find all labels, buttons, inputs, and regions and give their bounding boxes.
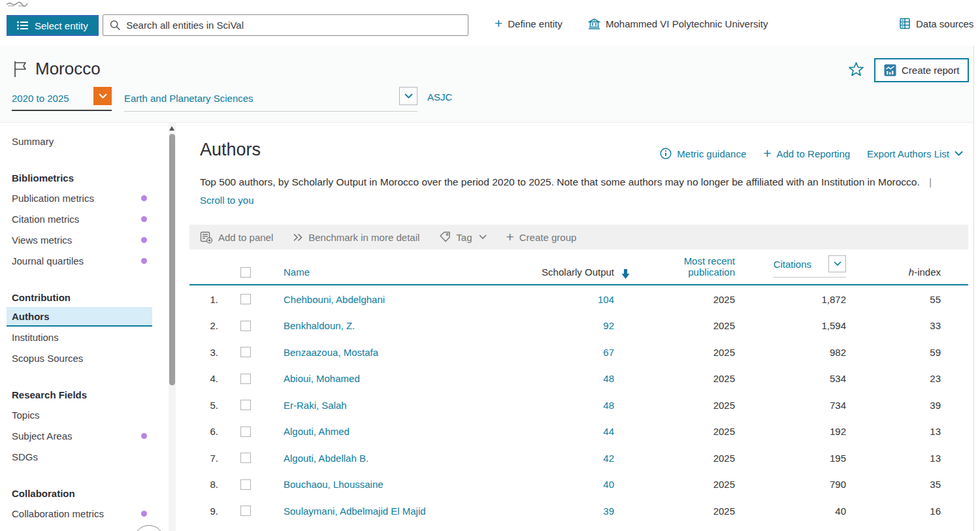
define-entity-button[interactable]: + Define entity [495,18,563,29]
sidebar-item-sdgs[interactable]: SDGs [7,446,152,467]
scholarly-output-value[interactable]: 48 [516,400,614,411]
year-range-value[interactable]: 2020 to 2025 [12,88,93,104]
scholarly-output-column-header[interactable]: Scholarly Output [516,266,614,284]
author-name-link[interactable]: Benkhaldoun, Z. [273,320,516,331]
sidebar-item-topics[interactable]: Topics [7,404,152,425]
hindex-column-header[interactable]: h-index [846,266,941,284]
search-input[interactable] [126,20,461,31]
scroll-to-you-link[interactable]: Scroll to you [200,195,254,206]
sidebar-item-publication-metrics[interactable]: Publication metrics [7,187,152,208]
row-checkbox[interactable] [240,400,251,410]
citations-value: 734 [735,400,846,411]
add-to-reporting-link[interactable]: + Add to Reporting [763,148,850,159]
subject-filter-value[interactable]: Earth and Planetary Sciences [124,88,399,104]
citations-metric-select[interactable] [828,255,846,272]
create-report-button[interactable]: Create report [874,58,969,82]
scholarly-output-value[interactable]: 40 [516,479,614,490]
hindex-h: h [909,266,914,278]
row-checkbox[interactable] [240,426,251,437]
scholarly-output-value[interactable]: 67 [516,347,614,358]
sidebar-item-journal-quartiles[interactable]: Journal quartiles [7,250,152,271]
sidebar-item-institutions[interactable]: Institutions [7,327,152,347]
plus-icon: + [506,231,514,243]
page-title: Morocco [35,59,101,79]
scrollbar-thumb[interactable] [169,134,175,385]
scroll-up-arrow-icon[interactable] [169,126,174,131]
row-rank: 5. [189,400,218,411]
author-name-link[interactable]: Bouchaou, Lhoussaine [273,479,516,490]
select-all-checkbox[interactable] [240,267,251,278]
rank-header [189,278,218,284]
table-header-row: Name Scholarly Output Most recent public… [189,255,968,285]
metric-guidance-link[interactable]: Metric guidance [660,148,746,159]
most-recent-publication-value: 2025 [614,373,735,384]
sidebar-item-subject-areas[interactable]: Subject Areas [7,425,152,446]
author-name-link[interactable]: Benzaazoua, Mostafa [273,347,516,358]
author-name-link[interactable]: Algouti, Abdellah B. [273,453,516,464]
add-to-panel-button[interactable]: Add to panel [200,231,273,244]
sidebar-item-scopus-sources[interactable]: Scopus Sources [7,347,152,368]
citations-column-header[interactable]: Citations [774,255,846,284]
benchmark-button[interactable]: Benchmark in more detail [293,232,419,243]
tag-icon [439,231,451,243]
page-scrollbar-track[interactable] [973,46,980,531]
sort-descending-icon [621,269,630,279]
list-icon [17,21,29,30]
add-to-panel-label: Add to panel [218,232,273,243]
tag-label: Tag [456,232,472,243]
description-text: Top 500 authors, by Scholarly Output in … [200,176,920,187]
export-authors-list-dropdown[interactable]: Export Authors List [867,148,963,159]
citations-label: Citations [774,259,811,270]
row-rank: 1. [189,294,218,305]
authors-table-body: 1.Chehbouni, Abdelghani10420251,872552.B… [189,286,968,524]
favorite-star-icon[interactable] [848,61,864,80]
benchmark-label: Benchmark in more detail [308,232,419,243]
section-actions: Metric guidance + Add to Reporting Expor… [660,148,963,159]
sidebar-scrollbar[interactable] [169,123,176,531]
author-name-link[interactable]: Soulaymani, Adbelmajid El Majid [273,506,516,517]
scholarly-output-value[interactable]: 42 [516,453,614,464]
row-checkbox[interactable] [240,374,251,384]
most-recent-publication-value: 2025 [614,506,735,517]
scholarly-output-value[interactable]: 48 [516,373,614,384]
sidebar-section-contribution: Contribution [7,288,152,307]
hindex-value: 55 [846,294,941,305]
metric-available-dot [141,195,147,201]
row-checkbox[interactable] [240,294,251,304]
create-group-button[interactable]: + Create group [506,231,577,243]
sidebar-section-research-fields: Research Fields [7,385,152,404]
name-column-header[interactable]: Name [273,266,516,284]
data-sources-link[interactable]: Data sources [899,18,973,29]
citations-value: 1,594 [735,320,846,331]
year-range-dropdown-button[interactable] [93,87,112,105]
scholarly-output-value[interactable]: 44 [516,426,614,437]
row-checkbox[interactable] [240,347,251,357]
add-to-panel-icon [200,231,213,244]
sidebar-item-citation-metrics[interactable]: Citation metrics [7,208,152,229]
author-name-link[interactable]: Algouti, Ahmed [273,426,516,437]
author-name-link[interactable]: Er-Raki, Salah [273,400,516,411]
tag-dropdown-button[interactable]: Tag [439,231,486,243]
row-checkbox-cell [218,321,273,331]
sidebar-item-authors[interactable]: Authors [7,307,152,327]
row-rank: 8. [189,479,218,490]
sidebar-item-summary[interactable]: Summary [7,131,152,152]
institution-menu[interactable]: Mohammed VI Polytechnic University [588,18,768,30]
selection-toolbar: Add to panel Benchmark in more detail Ta… [189,225,968,249]
sidebar-item-geographical-collaboration[interactable]: Geographical collaboration [7,524,152,531]
row-checkbox[interactable] [240,321,251,331]
most-recent-column-header[interactable]: Most recent publication [614,255,735,285]
row-checkbox[interactable] [240,453,251,463]
scholarly-output-value[interactable]: 92 [516,320,614,331]
subject-dropdown-button[interactable] [399,87,417,105]
row-checkbox[interactable] [240,506,251,516]
scholarly-output-value[interactable]: 39 [516,506,614,517]
author-name-link[interactable]: Chehbouni, Abdelghani [273,294,516,305]
author-name-link[interactable]: Abioui, Mohamed [273,373,516,384]
sidebar-item-collaboration-metrics[interactable]: Collaboration metrics [7,503,152,524]
row-checkbox[interactable] [240,479,251,490]
scholarly-output-value[interactable]: 104 [516,294,614,305]
most-recent-publication-value: 2025 [614,320,735,331]
sidebar-item-views-metrics[interactable]: Views metrics [7,229,152,250]
select-entity-button[interactable]: Select entity [7,15,99,36]
